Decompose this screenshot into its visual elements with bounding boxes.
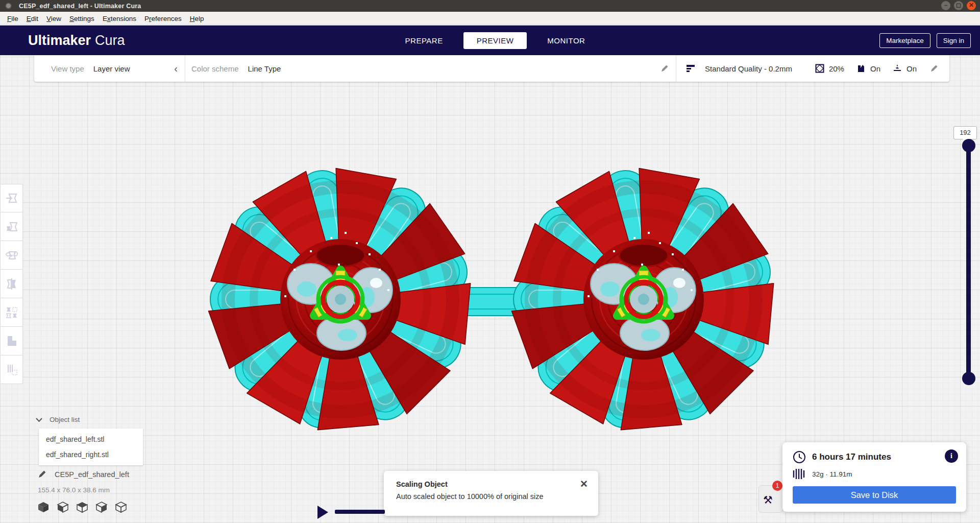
- view-type-label: View type: [51, 64, 84, 73]
- tab-preview[interactable]: PREVIEW: [463, 32, 527, 49]
- layer-number-tooltip: 192: [953, 126, 977, 139]
- chevron-down-icon: [36, 418, 42, 422]
- toast-title: Scaling Object: [396, 480, 586, 488]
- adhesion-value: On: [906, 64, 917, 73]
- stage-tabs: PREPAREPREVIEWMONITOR: [388, 26, 602, 55]
- model-dimensions: 155.4 x 76.0 x 38.6 mm: [38, 486, 110, 494]
- view-3d-button[interactable]: [37, 501, 50, 514]
- print-settings-selector[interactable]: Standard Quality - 0.2mm: [685, 64, 792, 73]
- app-header: UltimakerCura PREPAREPREVIEWMONITOR Mark…: [0, 26, 980, 55]
- filament-icon: [793, 468, 805, 480]
- menu-preferences[interactable]: Preferences: [140, 13, 186, 24]
- simulation-progress-bar[interactable]: [335, 510, 385, 514]
- close-button[interactable]: ✕: [967, 1, 976, 10]
- menu-settings[interactable]: Settings: [65, 13, 99, 24]
- infill-indicator[interactable]: 20%: [815, 64, 844, 73]
- info-icon[interactable]: i: [945, 449, 958, 463]
- title-bar: CE5P_edf_shared_left - Ultimaker Cura – …: [0, 0, 980, 12]
- sign-in-button[interactable]: Sign in: [937, 33, 971, 48]
- infill-value: 20%: [829, 64, 844, 73]
- menu-bar: FileEditViewSettingsExtensionsPreference…: [0, 12, 980, 26]
- ultimaker-cura-logo: UltimakerCura: [28, 33, 125, 49]
- view-left-button[interactable]: [95, 501, 108, 514]
- tool-per-model-settings-button[interactable]: [0, 298, 23, 327]
- view-front-button[interactable]: [56, 501, 69, 514]
- tool-custom-supports-button[interactable]: [0, 355, 23, 384]
- pencil-icon[interactable]: [660, 64, 669, 73]
- close-icon[interactable]: ✕: [580, 478, 588, 490]
- view-settings-toolbar: View type Layer view ‹ Color scheme Line…: [34, 55, 949, 82]
- profile-name: Standard Quality - 0.2mm: [705, 64, 792, 73]
- object-list-title: Object list: [50, 416, 80, 423]
- window-icon: [5, 3, 12, 9]
- notification-toast: Scaling Object Auto scaled object to 100…: [384, 471, 598, 516]
- adhesion-indicator[interactable]: On: [893, 64, 917, 73]
- object-list-panel: edf_shared_left.stledf_shared_right.stl: [39, 429, 143, 465]
- wrench-icon: ⚒: [763, 494, 773, 506]
- material-estimate: 32g · 11.91m: [812, 470, 852, 478]
- marketplace-button[interactable]: Marketplace: [879, 33, 930, 48]
- minimize-button[interactable]: –: [941, 1, 950, 10]
- print-time-estimate: 6 hours 17 minutes: [812, 452, 891, 462]
- support-value: On: [870, 64, 880, 73]
- support-icon: [856, 64, 866, 73]
- model-right[interactable]: [511, 167, 775, 432]
- layers-icon: [685, 64, 696, 73]
- save-to-disk-button[interactable]: Save to Disk: [793, 486, 956, 504]
- layer-slider-bottom-handle[interactable]: [962, 372, 975, 385]
- view-right-button[interactable]: [114, 501, 128, 514]
- maximize-button[interactable]: ◻: [954, 1, 963, 10]
- color-scheme-value: Line Type: [248, 64, 281, 73]
- chevron-left-icon[interactable]: ‹: [174, 63, 178, 75]
- menu-extensions[interactable]: Extensions: [99, 13, 140, 24]
- toast-message: Auto scaled object to 10000% of original…: [396, 492, 586, 501]
- menu-file[interactable]: File: [3, 13, 22, 24]
- model-left[interactable]: [208, 167, 472, 432]
- simulation-play-button[interactable]: [317, 506, 328, 519]
- tool-rotate-button[interactable]: [0, 241, 23, 270]
- tab-prepare[interactable]: PREPARE: [392, 32, 456, 49]
- tool-mirror-button[interactable]: [0, 270, 23, 298]
- menu-view[interactable]: View: [42, 13, 65, 24]
- layer-slider-top-handle[interactable]: [962, 139, 975, 152]
- view-type-selector[interactable]: View type Layer view ‹: [51, 63, 185, 75]
- settings-badge: 1: [772, 481, 782, 491]
- tool-move-button[interactable]: [0, 184, 23, 212]
- tool-scale-button[interactable]: [0, 212, 23, 241]
- layer-slider-track[interactable]: [966, 142, 971, 378]
- job-name[interactable]: CE5P_edf_shared_left: [55, 470, 129, 479]
- tab-monitor[interactable]: MONITOR: [534, 32, 598, 49]
- view-top-button[interactable]: [76, 501, 89, 514]
- menu-edit[interactable]: Edit: [22, 13, 42, 24]
- window-title: CE5P_edf_shared_left - Ultimaker Cura: [19, 3, 141, 10]
- color-scheme-label: Color scheme: [191, 64, 239, 73]
- camera-view-buttons: [37, 501, 128, 514]
- infill-icon: [815, 64, 824, 73]
- object-list-item[interactable]: edf_shared_right.stl: [39, 447, 143, 462]
- print-summary-panel: 6 hours 17 minutes i 32g · 11.91m Save t…: [782, 442, 966, 512]
- print-settings-shortcut[interactable]: ⚒ 1: [758, 485, 783, 513]
- view-type-value: Layer view: [93, 64, 130, 73]
- tool-support-blocker-button[interactable]: [0, 327, 23, 355]
- pencil-icon[interactable]: [930, 64, 938, 73]
- divider: [185, 55, 185, 82]
- tool-panel: [0, 184, 23, 384]
- color-scheme-selector[interactable]: Color scheme Line Type: [191, 64, 281, 73]
- menu-help[interactable]: Help: [186, 13, 208, 24]
- object-list-toggle[interactable]: Object list: [36, 416, 80, 423]
- build-plate-viewport[interactable]: 192 Object list edf_shared_left.stledf_s…: [0, 55, 980, 523]
- divider: [676, 55, 676, 82]
- clock-icon: [793, 450, 806, 464]
- adhesion-icon: [893, 64, 902, 73]
- object-list-item[interactable]: edf_shared_left.stl: [39, 432, 143, 447]
- support-indicator[interactable]: On: [856, 64, 880, 73]
- pencil-icon[interactable]: [38, 470, 46, 479]
